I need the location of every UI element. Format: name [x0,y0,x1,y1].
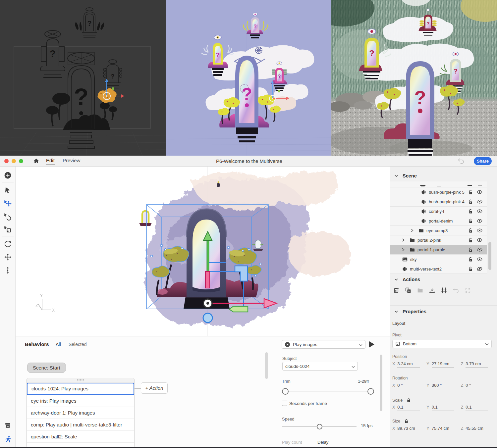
select-tool[interactable] [4,186,12,194]
duplicate-icon[interactable] [405,287,412,294]
zoom-window-button[interactable] [19,159,23,163]
undo-action-icon[interactable] [453,287,459,294]
lock-icon[interactable] [407,398,411,404]
unlock-icon[interactable] [469,219,473,224]
speed-value[interactable]: 15 fps [359,423,374,429]
eye-icon[interactable] [477,190,482,194]
eye-icon[interactable] [477,200,482,204]
trim-end-handle[interactable] [367,388,374,395]
actions-section-header[interactable]: Actions [395,277,420,282]
rotation-z-input[interactable]: 0 ° [466,383,488,389]
orbit-camera-tool[interactable] [4,240,12,248]
properties-section-header[interactable]: Properties [395,309,426,314]
frame-icon[interactable] [441,287,447,294]
scale-tool[interactable] [4,225,12,233]
eye-icon[interactable] [477,238,482,242]
scene-section-header[interactable]: Scene [395,173,417,178]
layout-tab[interactable]: Layout [392,321,405,327]
action-type-select[interactable]: Play images [282,340,365,349]
drag-handle[interactable] [27,378,134,383]
lock-icon[interactable] [404,419,409,425]
position-x-input[interactable]: 3.24 cm [397,361,420,368]
edit-canvas[interactable]: Y Z X [16,167,390,336]
scene-item[interactable]: coral-y-l [390,207,487,216]
import-icon[interactable] [429,287,435,294]
scene-item[interactable]: portal-denim [390,216,487,226]
scene-item[interactable]: bush-purple-pink 4 [390,197,487,207]
reset-icon[interactable] [465,287,471,294]
behavior-item[interactable]: question-ball17: Scale [27,443,134,447]
delete-icon[interactable] [393,287,400,294]
undo-icon[interactable] [458,158,465,165]
tab-edit[interactable]: Edit [46,158,55,165]
scene-item[interactable]: eye-comp3 [390,226,487,235]
minimize-window-button[interactable] [12,159,16,163]
add-asset-button[interactable] [4,172,12,179]
close-window-button[interactable] [4,159,9,163]
unlock-icon[interactable] [469,199,473,204]
trim-start-handle[interactable] [282,388,289,395]
unlock-icon[interactable] [469,190,473,195]
rotate-tool[interactable] [4,213,12,221]
chevron-right-icon[interactable] [411,229,414,232]
scale-z-input[interactable]: 0.1 [466,405,488,411]
behaviors-scrollbar[interactable] [265,352,268,379]
share-button[interactable]: Share [474,157,492,165]
rotation-y-input[interactable]: 360 ° [432,383,454,389]
scale-y-input[interactable]: 0.1 [432,405,454,411]
test-run-icon[interactable] [4,435,12,443]
home-icon[interactable] [33,158,39,166]
tab-preview[interactable]: Preview [63,158,80,163]
behavior-item[interactable]: eye iris: Play images [27,395,134,407]
settings-scrollbar[interactable] [380,355,382,411]
eye-icon[interactable] [477,248,482,252]
eye-icon[interactable] [477,209,482,213]
add-action-button[interactable]: + Action [141,382,168,394]
behavior-item[interactable]: question-ball2: Scale [27,431,134,443]
scene-item-selected[interactable]: portal 1-purple [390,245,487,255]
position-y-input[interactable]: 27.19 cm [432,361,454,368]
eye-icon[interactable] [477,219,482,223]
eye-off-icon[interactable] [477,267,482,271]
window-controls[interactable] [4,159,23,163]
unlock-icon[interactable] [469,228,473,233]
scene-start-chip[interactable]: Scene: Start [27,363,66,373]
behavior-item[interactable]: archway-door 1: Play images [27,407,134,419]
subject-select[interactable]: clouds-1024 [282,362,358,371]
move-tool[interactable] [4,200,12,207]
scale-x-input[interactable]: 0.1 [397,405,420,411]
scene-item[interactable]: sky [390,255,487,264]
scene-item[interactable]: bush-purple-pink 5 [390,187,487,197]
group-folder-icon[interactable] [417,287,423,294]
unlock-icon[interactable] [469,238,473,243]
unlock-icon[interactable] [469,247,473,252]
size-x-input[interactable]: 89.73 cm [397,426,420,432]
behavior-item[interactable]: comp: Play audio | multi-verse-take3-fil… [27,419,134,431]
asset-box-icon[interactable] [4,422,12,429]
eye-icon[interactable] [477,228,482,232]
unlock-icon[interactable] [469,267,473,272]
scene-item-clipped[interactable] [390,181,487,187]
size-y-input[interactable]: 75.74 cm [432,426,454,432]
eye-icon[interactable] [477,257,482,261]
position-z-input[interactable]: 3.79 cm [466,361,488,368]
pivot-select[interactable]: Bottom [392,340,492,348]
rotation-x-input[interactable]: 0 ° [397,383,420,389]
chevron-right-icon[interactable] [402,238,405,242]
scene-item[interactable]: multi-verse-text2 [390,264,487,274]
scene-scrollbar[interactable] [488,242,491,270]
seconds-per-frame-checkbox[interactable] [282,401,287,406]
chevron-right-icon[interactable] [402,248,405,251]
play-preview-button[interactable] [369,341,374,348]
speed-handle[interactable] [317,424,322,429]
trim-slider[interactable] [282,388,374,394]
unlock-icon[interactable] [469,209,473,214]
tab-selected[interactable]: Selected [69,342,86,347]
scene-item[interactable]: portal 2-pink [390,235,487,245]
unlock-icon[interactable] [469,257,473,262]
tab-all[interactable]: All [56,342,61,349]
dolly-camera-tool[interactable] [4,267,12,274]
size-z-input[interactable]: 45.55 cm [466,426,488,432]
behavior-item[interactable]: clouds-1024: Play images [27,383,134,395]
pan-camera-tool[interactable] [4,253,12,261]
